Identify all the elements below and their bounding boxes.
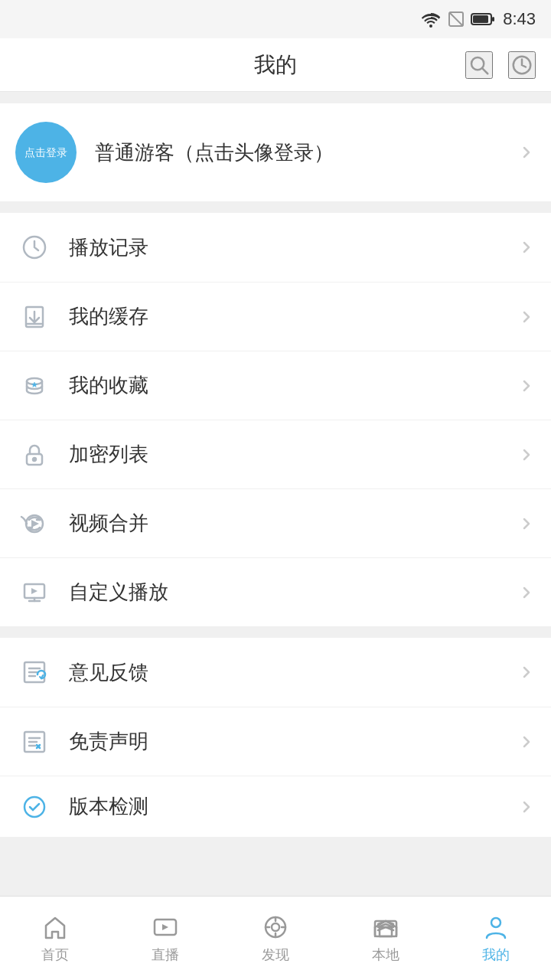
cache-chevron-icon — [517, 308, 536, 326]
menu-item-history[interactable]: 播放记录 — [0, 213, 551, 282]
svg-line-1 — [449, 12, 463, 26]
merge-chevron-icon — [517, 514, 536, 533]
menu-item-cache[interactable]: 我的缓存 — [0, 282, 551, 351]
custom-label: 自定义播放 — [69, 579, 517, 606]
merge-icon — [20, 509, 49, 538]
discover-icon-container — [261, 913, 290, 942]
favorites-chevron-icon — [517, 377, 536, 395]
search-button[interactable] — [465, 51, 493, 79]
menu-group-1: 播放记录 我的缓存 — [0, 213, 551, 626]
bottom-nav-mine[interactable]: 我的 — [441, 897, 551, 980]
menu-group-2: 意见反馈 免责声明 — [0, 638, 551, 837]
history-chevron-icon — [517, 238, 536, 256]
status-bar: 8:43 — [0, 0, 551, 38]
custom-play-icon — [20, 578, 49, 607]
version-chevron-icon — [517, 798, 536, 816]
merge-label: 视频合并 — [69, 510, 517, 537]
menu-item-disclaimer[interactable]: 免责声明 — [0, 707, 551, 776]
encrypted-label: 加密列表 — [69, 441, 517, 468]
merge-icon-container — [15, 505, 54, 543]
mine-icon-container — [481, 913, 510, 942]
top-navigation: 我的 — [0, 38, 551, 92]
status-time: 8:43 — [503, 9, 536, 29]
profile-row[interactable]: 点击登录 普通游客（点击头像登录） — [0, 103, 551, 201]
local-icon-container — [371, 913, 400, 942]
feedback-chevron-icon — [517, 663, 536, 681]
svg-point-43 — [491, 918, 500, 927]
discover-icon — [262, 913, 289, 941]
bottom-nav-home[interactable]: 首页 — [0, 897, 110, 980]
home-nav-label: 首页 — [41, 946, 69, 964]
local-icon — [372, 913, 399, 941]
battery-icon — [471, 12, 495, 26]
live-icon-container — [151, 913, 180, 942]
favorites-label: 我的收藏 — [69, 372, 517, 399]
svg-point-34 — [272, 923, 279, 931]
menu-item-version[interactable]: 版本检测 — [0, 776, 551, 837]
download-icon — [20, 302, 49, 332]
page-title: 我的 — [254, 51, 297, 80]
discover-nav-label: 发现 — [262, 946, 289, 964]
menu-item-feedback[interactable]: 意见反馈 — [0, 638, 551, 707]
home-icon — [41, 913, 69, 941]
disclaimer-icon — [20, 727, 49, 756]
home-icon-container — [41, 913, 70, 942]
custom-play-icon-container — [15, 573, 54, 612]
history-button[interactable] — [508, 51, 536, 79]
bottom-nav-local[interactable]: 本地 — [331, 897, 441, 980]
svg-line-6 — [482, 68, 487, 74]
svg-rect-4 — [492, 17, 494, 21]
sim-icon — [448, 11, 465, 28]
disclaimer-label: 免责声明 — [69, 728, 517, 755]
history-icon-container — [15, 228, 54, 266]
bottom-nav-live[interactable]: 直播 — [110, 897, 220, 980]
clock-nav-icon — [510, 54, 533, 77]
avatar[interactable]: 点击登录 — [15, 122, 77, 183]
profile-name: 普通游客（点击头像登录） — [95, 139, 517, 166]
encrypted-chevron-icon — [517, 446, 536, 464]
disclaimer-chevron-icon — [517, 733, 536, 751]
search-icon — [468, 54, 491, 77]
person-icon — [482, 913, 510, 941]
profile-card: 点击登录 普通游客（点击头像登录） — [0, 103, 551, 201]
cache-label: 我的缓存 — [69, 303, 517, 330]
svg-marker-19 — [31, 588, 37, 594]
mine-nav-label: 我的 — [482, 946, 510, 964]
top-nav-actions — [465, 51, 536, 79]
svg-point-30 — [24, 797, 44, 817]
feedback-icon-container — [15, 653, 54, 691]
menu-item-favorites[interactable]: 我的收藏 — [0, 351, 551, 420]
menu-item-encrypted[interactable]: 加密列表 — [0, 420, 551, 488]
version-label: 版本检测 — [69, 793, 517, 820]
live-nav-label: 直播 — [152, 946, 179, 964]
favorites-icon — [20, 371, 49, 400]
main-content: 点击登录 普通游客（点击头像登录） 播放记录 — [0, 92, 551, 896]
local-nav-label: 本地 — [372, 946, 399, 964]
version-icon-container — [15, 788, 54, 826]
svg-point-15 — [33, 458, 36, 461]
custom-chevron-icon — [517, 583, 536, 602]
lock-icon — [20, 440, 49, 469]
menu-item-merge[interactable]: 视频合并 — [0, 488, 551, 557]
bottom-navigation: 首页 直播 发现 — [0, 896, 551, 980]
feedback-label: 意见反馈 — [69, 659, 517, 686]
bottom-nav-discover[interactable]: 发现 — [220, 897, 331, 980]
svg-marker-13 — [32, 382, 37, 387]
wifi-icon — [420, 11, 442, 28]
cache-icon-container — [15, 298, 54, 336]
status-icons — [420, 11, 495, 28]
clock-icon — [20, 233, 49, 262]
menu-item-custom[interactable]: 自定义播放 — [0, 557, 551, 626]
feedback-icon — [20, 658, 49, 687]
disclaimer-icon-container — [15, 723, 54, 761]
svg-marker-32 — [162, 924, 168, 930]
encrypted-icon-container — [15, 436, 54, 474]
profile-chevron-icon — [517, 143, 536, 162]
svg-rect-3 — [473, 15, 488, 23]
history-label: 播放记录 — [69, 234, 517, 261]
live-icon — [152, 913, 179, 941]
svg-marker-17 — [31, 520, 39, 528]
favorites-icon-container — [15, 367, 54, 405]
version-icon — [20, 792, 49, 822]
